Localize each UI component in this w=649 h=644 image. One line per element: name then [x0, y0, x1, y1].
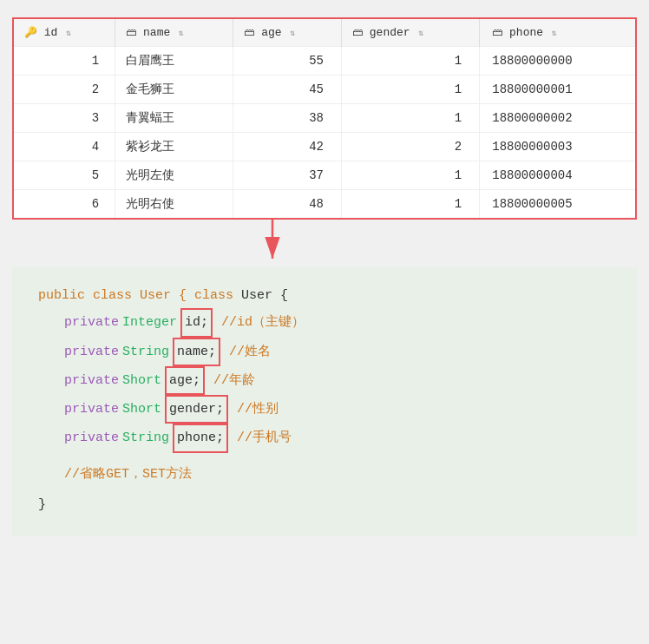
field-gender-name: gender; — [165, 395, 228, 424]
cell-id: 1 — [14, 47, 115, 76]
cell-name: 紫衫龙王 — [115, 133, 233, 161]
arrow-annotation — [12, 220, 637, 267]
cell-gender: 1 — [341, 104, 479, 133]
cell-name: 金毛狮王 — [115, 76, 233, 104]
col-age-label: age — [261, 26, 281, 39]
col-phone-label: phone — [509, 26, 543, 39]
cell-phone: 18800000001 — [480, 76, 635, 104]
field-phone-name: phone; — [173, 424, 228, 452]
cell-name: 白眉鹰王 — [115, 47, 233, 76]
code-field-id: private Integer id; //id（主键） — [64, 308, 611, 337]
table-row: 2 金毛狮王 45 1 18800000001 — [14, 76, 635, 104]
col-id-label: id — [44, 26, 58, 39]
cell-age: 55 — [233, 47, 342, 76]
cell-id: 6 — [14, 190, 115, 219]
col-name-label: name — [143, 26, 170, 39]
col-gender[interactable]: 🗃 gender ⇅ — [341, 19, 479, 47]
cell-id: 4 — [14, 133, 115, 161]
table-icon-name: 🗃 — [126, 27, 136, 39]
cell-age: 37 — [233, 161, 342, 190]
col-id[interactable]: 🔑 id ⇅ — [14, 19, 115, 47]
table-row: 3 青翼蝠王 38 1 18800000002 — [14, 104, 635, 133]
comment-name: //姓名 — [229, 339, 271, 365]
cell-age: 48 — [233, 190, 342, 219]
table-row: 1 白眉鹰王 55 1 18800000000 — [14, 47, 635, 76]
kw-private-2: private — [64, 339, 119, 365]
cell-id: 3 — [14, 104, 115, 133]
kw-private-4: private — [64, 397, 119, 422]
cell-phone: 18800000004 — [480, 161, 635, 190]
field-id-name: id; — [180, 308, 213, 337]
col-name[interactable]: 🗃 name ⇅ — [115, 19, 233, 47]
kw-private-5: private — [64, 425, 119, 450]
table-row: 4 紫衫龙王 42 2 18800000003 — [14, 133, 635, 161]
col-gender-label: gender — [370, 26, 410, 39]
keyword-public: public class User { — [38, 288, 187, 303]
col-phone[interactable]: 🗃 phone ⇅ — [480, 19, 635, 47]
code-section: public class User { class User { private… — [12, 267, 637, 536]
comment-get-set: //省略GET，SET方法 — [64, 467, 192, 482]
sort-icon-gender: ⇅ — [418, 29, 423, 38]
cell-id: 2 — [14, 76, 115, 104]
kw-private-1: private — [64, 310, 119, 335]
code-closing-brace: } — [38, 492, 611, 517]
table-icon-gender: 🗃 — [352, 27, 363, 39]
table-header-row: 🔑 id ⇅ 🗃 name ⇅ 🗃 age ⇅ — [14, 19, 635, 47]
code-field-age: private Short age; //年龄 — [64, 366, 611, 395]
cell-gender: 1 — [341, 47, 479, 76]
sort-icon-name: ⇅ — [179, 29, 184, 38]
code-comment-line: //省略GET，SET方法 — [64, 462, 611, 487]
kw-private-3: private — [64, 368, 119, 393]
cell-phone: 18800000000 — [480, 47, 635, 76]
type-string-2: String — [122, 425, 169, 450]
sort-icon-phone: ⇅ — [552, 29, 557, 38]
type-short-1: Short — [122, 368, 161, 393]
table-section: 🔑 id ⇅ 🗃 name ⇅ 🗃 age ⇅ — [12, 17, 637, 220]
table-row: 6 光明右使 48 1 18800000005 — [14, 190, 635, 219]
key-icon: 🔑 — [24, 27, 37, 39]
code-fields: private Integer id; //id（主键） private Str… — [64, 308, 611, 452]
cell-gender: 1 — [341, 190, 479, 219]
closing-brace-char: } — [38, 497, 46, 512]
comment-phone: //手机号 — [237, 425, 292, 450]
class-name: User { — [241, 288, 288, 303]
cell-gender: 2 — [341, 133, 479, 161]
field-name-name: name; — [173, 338, 220, 366]
code-field-gender: private Short gender; //性别 — [64, 395, 611, 424]
cell-age: 45 — [233, 76, 342, 104]
comment-gender: //性别 — [237, 397, 279, 422]
type-short-2: Short — [122, 397, 161, 422]
cell-age: 42 — [233, 133, 342, 161]
cell-gender: 1 — [341, 161, 479, 190]
cell-phone: 18800000003 — [480, 133, 635, 161]
code-field-name: private String name; //姓名 — [64, 338, 611, 366]
cell-id: 5 — [14, 161, 115, 190]
cell-age: 38 — [233, 104, 342, 133]
table-icon-phone: 🗃 — [492, 27, 502, 39]
table-row: 5 光明左使 37 1 18800000004 — [14, 161, 635, 190]
table-icon-age: 🗃 — [244, 27, 254, 39]
code-class-declaration: public class User { class User { — [38, 283, 611, 308]
cell-phone: 18800000005 — [480, 190, 635, 219]
annotation-arrow-svg — [12, 220, 637, 267]
sort-icon-age: ⇅ — [290, 29, 295, 38]
cell-name: 光明左使 — [115, 161, 233, 190]
field-age-name: age; — [165, 366, 205, 395]
data-table: 🔑 id ⇅ 🗃 name ⇅ 🗃 age ⇅ — [14, 19, 635, 218]
code-field-phone: private String phone; //手机号 — [64, 424, 611, 452]
cell-name: 光明右使 — [115, 190, 233, 219]
cell-name: 青翼蝠王 — [115, 104, 233, 133]
code-spacer — [38, 453, 611, 462]
type-string-1: String — [122, 339, 169, 365]
keyword-class: class — [194, 288, 241, 303]
cell-gender: 1 — [341, 76, 479, 104]
cell-phone: 18800000002 — [480, 104, 635, 133]
col-age[interactable]: 🗃 age ⇅ — [233, 19, 342, 47]
sort-icon-id: ⇅ — [66, 29, 71, 38]
page-container: 🔑 id ⇅ 🗃 name ⇅ 🗃 age ⇅ — [0, 0, 649, 644]
type-integer: Integer — [122, 310, 177, 335]
comment-id: //id（主键） — [221, 310, 305, 335]
comment-age: //年龄 — [213, 368, 255, 393]
